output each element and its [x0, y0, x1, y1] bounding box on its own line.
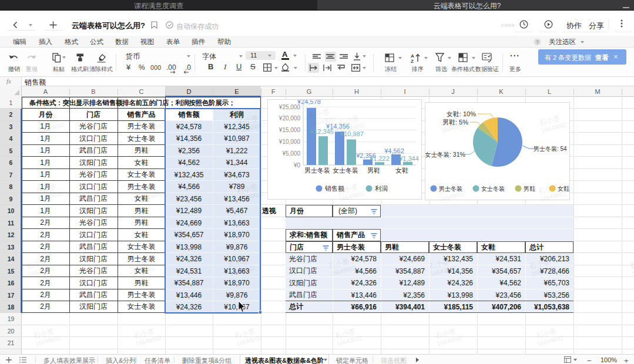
svg-text:¥24,578: ¥24,578	[297, 100, 321, 105]
svg-text:女士冬装: 女士冬装	[333, 167, 358, 174]
svg-text:¥0: ¥0	[293, 162, 301, 168]
svg-text:?: ?	[536, 39, 539, 45]
svg-text:男鞋: 男鞋	[524, 186, 535, 192]
svg-text:¥20,000: ¥20,000	[279, 115, 301, 122]
svg-text:男鞋: 男鞋	[367, 167, 380, 174]
svg-text:A: A	[411, 53, 414, 59]
svg-text:¥4,562: ¥4,562	[384, 147, 404, 154]
svg-text:¥5,000: ¥5,000	[281, 150, 300, 157]
svg-text:¥15,000: ¥15,000	[279, 127, 301, 133]
svg-text:男士冬装: 男士冬装	[304, 167, 330, 174]
svg-text:利润: 利润	[375, 185, 388, 192]
svg-text:女士冬装: 女士冬装	[481, 186, 505, 192]
svg-text:女鞋: 女鞋	[395, 167, 408, 174]
svg-text:Z: Z	[411, 59, 414, 63]
svg-text:¥1,222: ¥1,222	[369, 155, 390, 162]
svg-text:¥1,344: ¥1,344	[398, 155, 419, 162]
svg-text:¥10,000: ¥10,000	[279, 139, 301, 145]
svg-text:男士冬装: 54: 男士冬装: 54	[534, 146, 567, 152]
svg-text:女士冬装: 31%: 女士冬装: 31%	[425, 151, 465, 158]
